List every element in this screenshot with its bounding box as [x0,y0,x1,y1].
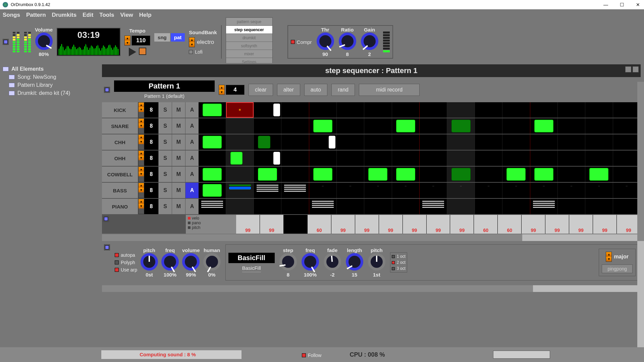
step-cell[interactable] [420,134,447,150]
track-a-button[interactable]: A [185,102,199,118]
step-cell[interactable] [392,150,420,166]
track-spinner[interactable]: ▲▼ [138,167,144,182]
step-cell[interactable] [475,199,502,214]
track-steps-input[interactable]: 8 [144,102,158,118]
step-cell[interactable] [337,199,364,214]
step-cell[interactable] [226,167,254,182]
step-cell[interactable] [502,150,530,166]
track-s-button[interactable]: S [158,134,172,150]
step-cell[interactable] [530,150,558,166]
track-steps-input[interactable]: 8 [144,134,158,150]
tempo-spinner[interactable]: ▲ ▼ [124,36,130,46]
track-s-button[interactable]: S [158,150,172,166]
step-cell[interactable] [585,150,613,166]
step-cell[interactable] [502,118,530,134]
step-cell[interactable] [502,199,530,214]
scale-spinner[interactable]: ▲▼ [606,252,612,262]
step-cell[interactable] [558,199,585,214]
velocity-cell[interactable]: 99 [593,215,617,234]
velocity-cell[interactable]: 99 [569,215,593,234]
step-cell[interactable]: .. [558,183,585,198]
polyph-option[interactable]: Polyph [115,260,137,265]
step-cell[interactable] [254,118,281,134]
rand-button[interactable]: rand [331,84,355,96]
velocity-cell[interactable]: 99 [403,215,427,234]
step-cell[interactable] [420,118,447,134]
velo-opt-velo[interactable]: velo [188,216,234,221]
pattern-name[interactable]: Pattern 1 [114,80,215,92]
step-cell[interactable] [447,134,475,150]
sng-button[interactable]: sng [154,33,170,42]
inst-freq-knob[interactable] [161,253,179,270]
track-s-button[interactable]: S [158,183,172,198]
bottom-scrollbar[interactable] [102,285,641,292]
velocity-cell[interactable]: 99 [379,215,403,234]
track-spinner[interactable]: ▲▼ [138,102,144,118]
step-cell[interactable]: .. [337,183,364,198]
track-s-button[interactable]: S [158,167,172,182]
track-a-button[interactable]: A [185,199,199,214]
popup-button[interactable] [633,66,639,72]
track-steps-input[interactable]: 8 [144,199,158,214]
velo-opt-pano[interactable]: pano [188,221,234,225]
vertical-scroll-thumb[interactable] [637,82,644,241]
track-steps-input[interactable]: 8 [144,150,158,166]
track-spinner[interactable]: ▲▼ [138,118,144,134]
track-a-button[interactable]: A [185,183,199,198]
step-cell[interactable] [585,102,613,118]
scrollbar-thumb[interactable] [102,234,522,241]
step-cell[interactable] [226,118,254,134]
velocity-cell[interactable]: 99 [522,215,545,234]
volume-knob[interactable] [35,33,53,50]
track-name-snare[interactable]: SNARE [102,118,138,134]
step-cell[interactable] [447,102,475,118]
menu-drumkits[interactable]: Drumkits [52,12,77,18]
status-led[interactable] [3,39,9,45]
step-cell[interactable] [558,134,585,150]
usearp-option[interactable]: Use arp [115,267,137,273]
oct3-option[interactable]: 3 oct [392,266,406,271]
step-cell[interactable] [530,167,558,182]
velocity-cell[interactable]: 99 [427,215,450,234]
step-cell[interactable] [392,199,420,214]
track-m-button[interactable]: M [172,118,185,134]
step-cell[interactable] [281,150,309,166]
track-name-ohh[interactable]: OHH [102,150,138,166]
step-cell[interactable] [558,102,585,118]
step-cell[interactable] [585,167,613,182]
step-cell[interactable] [530,118,558,134]
fill-freq-knob[interactable] [302,253,319,270]
velocity-cell[interactable]: 60 [308,215,331,234]
vertical-scrollbar[interactable] [637,82,644,347]
step-cell[interactable]: .. [613,183,641,198]
step-cell[interactable] [309,134,337,150]
step-cell[interactable] [309,199,337,214]
ratio-knob[interactable] [339,33,356,50]
step-cell[interactable] [254,167,281,182]
step-cell[interactable]: .. [392,183,420,198]
scrollbar-thumb[interactable] [102,285,533,292]
step-cell[interactable]: ✶ [226,102,254,118]
track-m-button[interactable]: M [172,183,185,198]
step-cell[interactable] [613,150,641,166]
step-cell[interactable] [447,199,475,214]
step-cell[interactable] [585,134,613,150]
velo-opt-pitch[interactable]: pitch [188,225,234,230]
velocity-cell[interactable]: 99 [545,215,569,234]
velocity-cell[interactable]: 99 [355,215,379,234]
step-cell[interactable]: .. [502,183,530,198]
soundbank-value[interactable]: electro [197,39,214,46]
step-cell[interactable] [226,134,254,150]
menu-pattern[interactable]: Pattern [26,12,46,18]
step-cell[interactable] [309,102,337,118]
menu-view[interactable]: View [120,12,133,18]
velocity-cell[interactable]: 99 [236,215,260,234]
track-s-button[interactable]: S [158,118,172,134]
velocity-cell[interactable]: 99 [450,215,474,234]
clear-button[interactable]: clear [249,84,273,96]
fill-step-knob[interactable] [279,253,297,270]
track-steps-input[interactable]: 8 [144,183,158,198]
step-cell[interactable] [392,167,420,182]
step-cell[interactable]: .. [309,183,337,198]
track-s-button[interactable]: S [158,199,172,214]
